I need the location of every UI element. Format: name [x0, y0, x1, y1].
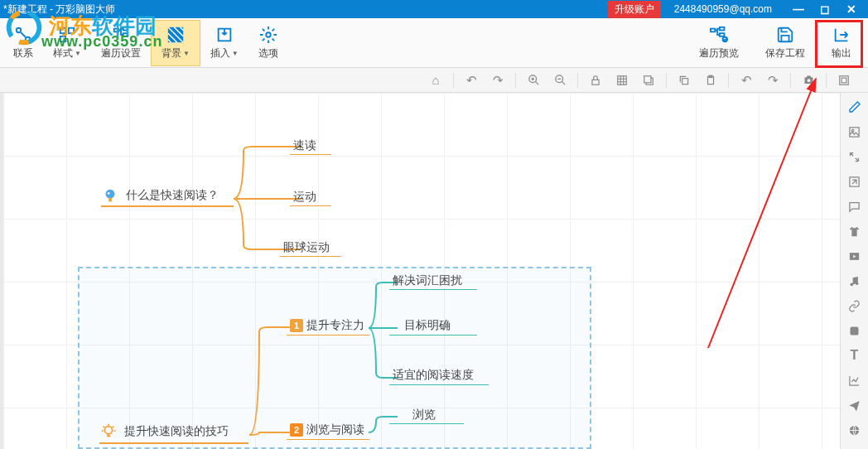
options-tool[interactable]: 选项	[248, 20, 288, 66]
send-panel-button[interactable]	[844, 394, 866, 416]
gear-icon	[258, 25, 278, 45]
shape-panel-button[interactable]	[844, 320, 866, 341]
svg-point-26	[106, 190, 115, 199]
save-icon	[775, 25, 795, 45]
chevron-down-icon: ▼	[183, 50, 190, 57]
music-panel-button[interactable]	[844, 270, 866, 292]
undo-button[interactable]: ↶	[461, 70, 482, 91]
number-badge: 2	[290, 423, 303, 437]
layers-button[interactable]	[638, 70, 659, 91]
close-button[interactable]: ✕	[838, 0, 865, 18]
relation-icon	[13, 25, 33, 45]
sub-toolbar: ⌂ ↶ ↷ ↶ ↷	[0, 68, 868, 93]
svg-rect-30	[850, 127, 859, 136]
svg-rect-13	[720, 33, 725, 36]
insert-icon	[215, 25, 234, 45]
paste-button[interactable]	[700, 70, 721, 91]
minimize-button[interactable]: —	[785, 0, 812, 18]
camera-button[interactable]	[798, 70, 819, 91]
expand-panel-button[interactable]	[844, 146, 866, 167]
svg-point-29	[104, 427, 112, 434]
maximize-button[interactable]: ◻	[812, 0, 838, 18]
traverse-tool[interactable]: 遍历设置	[91, 20, 151, 66]
save-tool[interactable]: 保存工程	[752, 20, 818, 66]
svg-rect-5	[114, 29, 119, 32]
insert-tool[interactable]: 插入▼	[200, 20, 248, 66]
export-tool[interactable]: 输出	[818, 20, 865, 66]
svg-rect-2	[60, 28, 65, 33]
mindmap-node[interactable]: 速读	[293, 138, 316, 153]
preview-icon	[709, 25, 729, 45]
zoom-out-button[interactable]	[549, 70, 571, 91]
svg-point-0	[17, 28, 22, 33]
svg-rect-27	[108, 198, 112, 202]
background-icon	[166, 25, 186, 45]
background-tool[interactable]: 背景▼	[151, 20, 200, 66]
main-toolbar: 联系 样式▼ 遍历设置 背景▼ 插入▼ 选项 遍历预览	[0, 18, 868, 68]
bulb-icon	[101, 186, 119, 205]
title-bar: *新建工程 - 万彩脑图大师 升级账户 2448490959@qq.com — …	[0, 0, 868, 18]
mindmap-node[interactable]: 2浏览与阅读	[290, 422, 364, 437]
shirt-panel-button[interactable]	[844, 220, 866, 242]
mindmap-node[interactable]: 眼球运动	[283, 240, 330, 255]
home-button[interactable]: ⌂	[425, 70, 446, 91]
mindmap-node[interactable]: 1提升专注力	[290, 318, 364, 333]
link-panel-button[interactable]	[844, 171, 866, 192]
mindmap-node[interactable]: 适宜的阅读速度	[393, 368, 474, 383]
svg-point-31	[851, 129, 854, 132]
back-button[interactable]: ↶	[735, 70, 757, 91]
svg-point-10	[266, 32, 271, 37]
mindmap-node[interactable]: 目标明确	[404, 318, 451, 333]
mindmap-node[interactable]: 浏览	[412, 408, 436, 422]
svg-rect-4	[60, 36, 65, 41]
right-panel: T	[840, 93, 868, 449]
mindmap-node[interactable]: 运动	[293, 190, 316, 205]
fullscreen-button[interactable]	[833, 70, 855, 91]
svg-rect-36	[851, 326, 859, 335]
svg-point-1	[26, 37, 31, 42]
upgrade-badge[interactable]: 升级账户	[608, 1, 661, 18]
svg-point-35	[856, 282, 859, 285]
svg-point-23	[807, 79, 810, 82]
relation-tool[interactable]: 联系	[3, 20, 43, 66]
connector-teal	[366, 414, 399, 439]
mindmap-node[interactable]: 提升快速阅读的技巧	[99, 422, 229, 441]
mindmap-node[interactable]: 解决词汇困扰	[393, 273, 462, 288]
edit-panel-button[interactable]	[844, 96, 866, 118]
zoom-in-button[interactable]	[523, 70, 544, 91]
globe-panel-button[interactable]	[844, 419, 866, 441]
style-tool[interactable]: 样式▼	[43, 20, 91, 66]
lightbulb-icon	[99, 422, 118, 441]
image-panel-button[interactable]	[844, 121, 866, 142]
grid-button[interactable]	[611, 70, 633, 91]
comment-panel-button[interactable]	[844, 196, 866, 217]
text-panel-button[interactable]: T	[844, 345, 866, 366]
main-area: 什么是快速阅读？ 速读 运动 眼球运动 提升快速阅读的技巧	[0, 93, 868, 449]
user-email[interactable]: 2448490959@qq.com	[661, 3, 785, 15]
window-controls: — ◻ ✕	[785, 0, 865, 18]
copy-button[interactable]	[673, 70, 695, 91]
style-icon	[57, 25, 77, 45]
video-panel-button[interactable]	[844, 245, 866, 267]
preview-tool[interactable]: 遍历预览	[686, 20, 752, 66]
svg-point-34	[851, 282, 854, 286]
svg-rect-3	[69, 28, 74, 33]
chevron-down-icon: ▼	[232, 50, 239, 57]
export-icon	[832, 25, 851, 45]
canvas[interactable]: 什么是快速阅读？ 速读 运动 眼球运动 提升快速阅读的技巧	[0, 93, 840, 449]
lock-button[interactable]	[585, 70, 606, 91]
svg-rect-7	[123, 33, 128, 36]
attachment-panel-button[interactable]	[844, 295, 866, 316]
number-badge: 1	[290, 319, 303, 332]
redo-button[interactable]: ↷	[487, 70, 509, 91]
svg-rect-19	[644, 75, 651, 82]
svg-rect-18	[618, 75, 627, 84]
mindmap-node[interactable]: 什么是快速阅读？	[101, 186, 219, 205]
svg-rect-11	[711, 29, 716, 32]
svg-rect-6	[123, 27, 128, 31]
svg-point-28	[108, 192, 110, 195]
selection-box	[78, 267, 591, 449]
chart-panel-button[interactable]	[844, 369, 866, 391]
window-title: *新建工程 - 万彩脑图大师	[3, 2, 608, 17]
forward-button[interactable]: ↷	[762, 70, 784, 91]
